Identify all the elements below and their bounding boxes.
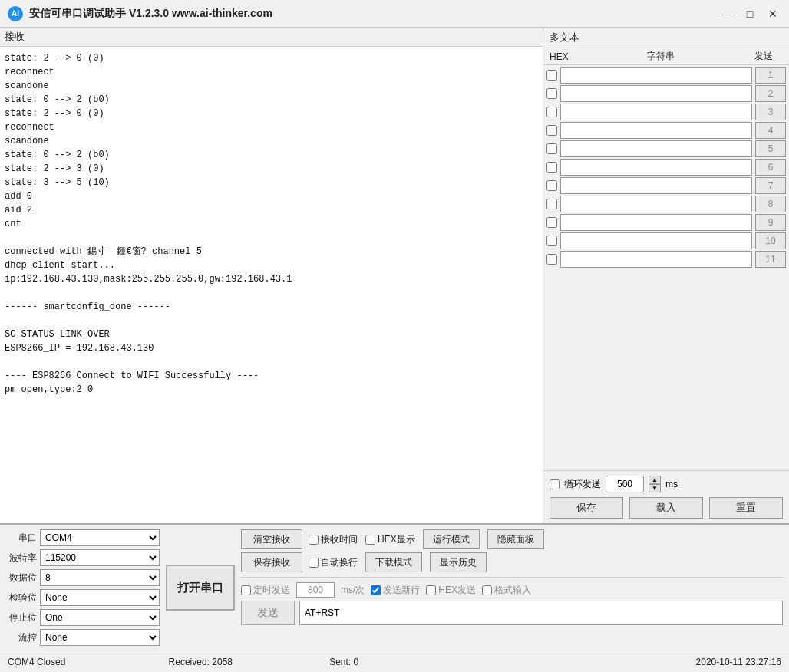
timer-input[interactable] [296, 582, 335, 598]
mt-text-input-8[interactable] [560, 196, 752, 212]
mt-text-input-5[interactable] [560, 140, 752, 157]
recv-time-label: 接收时间 [321, 533, 358, 546]
auto-newline-check[interactable]: 自动换行 [309, 556, 358, 569]
status-bar: COM4 Closed Received: 2058 Sent: 0 2020-… [0, 651, 789, 672]
mt-checkbox-4[interactable] [546, 125, 557, 136]
check-row: 检验位 None [6, 589, 160, 606]
mt-send-btn-6[interactable]: 6 [755, 159, 786, 176]
multitext-columns: HEX 字符串 发送 [543, 48, 789, 65]
mt-checkbox-8[interactable] [546, 199, 557, 209]
hex-display-checkbox[interactable] [365, 535, 375, 545]
send-input[interactable] [299, 601, 783, 625]
app-logo: AI [8, 6, 23, 21]
mt-checkbox-10[interactable] [546, 236, 557, 246]
mt-send-btn-8[interactable]: 8 [755, 196, 786, 212]
mt-send-btn-3[interactable]: 3 [755, 104, 786, 120]
hide-panel-btn[interactable]: 隐藏面板 [487, 529, 544, 549]
hex-display-label: HEX显示 [378, 533, 415, 546]
stop-row: 停止位 One [6, 609, 160, 626]
dl-mode-btn[interactable]: 下载模式 [365, 552, 422, 572]
format-input-checkbox[interactable] [482, 585, 492, 595]
format-input-check[interactable]: 格式输入 [482, 584, 531, 597]
mt-text-input-2[interactable] [560, 85, 752, 102]
mt-checkbox-11[interactable] [546, 254, 557, 265]
mt-text-input-7[interactable] [560, 177, 752, 194]
timer-send-checkbox[interactable] [241, 585, 251, 595]
baud-select[interactable]: 115200 [40, 549, 160, 566]
mt-text-input-6[interactable] [560, 159, 752, 176]
mt-checkbox-6[interactable] [546, 162, 557, 173]
mt-checkbox-9[interactable] [546, 217, 557, 228]
mt-text-input-9[interactable] [560, 214, 752, 231]
data-select[interactable]: 8 [40, 569, 160, 586]
mt-text-input-3[interactable] [560, 104, 752, 120]
mt-send-btn-1[interactable]: 1 [755, 67, 786, 84]
mt-send-btn-9[interactable]: 9 [755, 214, 786, 231]
received-status: Received: 2058 [169, 657, 315, 667]
minimize-button[interactable]: — [718, 5, 735, 22]
serial-config: 串口 COM4 波特率 115200 数据位 8 检验位 No [6, 529, 160, 646]
check-select[interactable]: None [40, 589, 160, 606]
timer-send-label: 定时发送 [253, 584, 290, 597]
show-history-btn[interactable]: 显示历史 [430, 552, 487, 572]
bottom-toolbar: 串口 COM4 波特率 115200 数据位 8 检验位 No [0, 523, 789, 651]
new-line-check[interactable]: 发送新行 [371, 584, 420, 597]
run-mode-btn[interactable]: 运行模式 [423, 529, 480, 549]
save-multitext-btn[interactable]: 保存 [550, 497, 623, 519]
mt-send-btn-5[interactable]: 5 [755, 140, 786, 157]
flow-select[interactable]: None [40, 629, 160, 646]
clear-recv-btn[interactable]: 清空接收 [241, 529, 302, 549]
mt-text-input-4[interactable] [560, 122, 752, 139]
timer-unit: ms/次 [341, 584, 365, 597]
port-status: COM4 Closed [8, 657, 154, 667]
hex-send-checkbox[interactable] [426, 585, 436, 595]
baud-row: 波特率 115200 [6, 549, 160, 566]
mt-text-input-1[interactable] [560, 67, 752, 84]
timer-send-check[interactable]: 定时发送 [241, 584, 290, 597]
loop-unit: ms [665, 479, 678, 489]
port-select[interactable]: COM4 [40, 529, 160, 546]
app-title: 安信可串口调试助手 V1.2.3.0 www.ai-thinker.com [29, 7, 718, 21]
check-row-1: 接收时间 HEX显示 运行模式 隐藏面板 [309, 529, 783, 549]
loop-row: 循环发送 ▲ ▼ ms [550, 476, 783, 492]
mt-row: 5 [546, 140, 786, 157]
port-row: 串口 COM4 [6, 529, 160, 546]
stop-select[interactable]: One [40, 609, 160, 626]
send-area: 定时发送 ms/次 发送新行 HEX发送 格式输入 [241, 577, 783, 625]
port-label: 串口 [6, 532, 37, 545]
loop-input[interactable] [606, 476, 644, 492]
recv-area [0, 47, 543, 523]
load-multitext-btn[interactable]: 载入 [629, 497, 703, 519]
data-label: 数据位 [6, 572, 37, 585]
mt-checkbox-2[interactable] [546, 88, 557, 99]
multitext-footer: 循环发送 ▲ ▼ ms 保存 载入 重置 [543, 470, 789, 523]
mt-send-btn-7[interactable]: 7 [755, 177, 786, 194]
open-port-button[interactable]: 打开串口 [166, 565, 235, 611]
close-button[interactable]: ✕ [764, 5, 781, 22]
mt-send-btn-4[interactable]: 4 [755, 122, 786, 139]
spin-down-btn[interactable]: ▼ [649, 484, 661, 492]
hex-display-check[interactable]: HEX显示 [365, 533, 415, 546]
mt-checkbox-7[interactable] [546, 180, 557, 191]
mt-checkbox-5[interactable] [546, 143, 557, 154]
mt-text-input-10[interactable] [560, 232, 752, 249]
maximize-button[interactable]: □ [741, 5, 758, 22]
hex-send-check[interactable]: HEX发送 [426, 584, 476, 597]
save-recv-btn[interactable]: 保存接收 [241, 552, 302, 572]
mt-send-btn-10[interactable]: 10 [755, 232, 786, 249]
recv-time-check[interactable]: 接收时间 [309, 533, 358, 546]
loop-checkbox[interactable] [550, 479, 560, 489]
mt-checkbox-3[interactable] [546, 107, 557, 117]
mt-checkbox-1[interactable] [546, 70, 557, 81]
recv-textarea[interactable] [0, 47, 543, 523]
spin-up-btn[interactable]: ▲ [649, 476, 661, 484]
mt-send-btn-11[interactable]: 11 [755, 251, 786, 268]
auto-newline-checkbox[interactable] [309, 558, 319, 568]
mt-text-input-11[interactable] [560, 251, 752, 268]
reset-multitext-btn[interactable]: 重置 [709, 497, 783, 519]
send-button[interactable]: 发送 [241, 601, 295, 625]
new-line-checkbox[interactable] [371, 585, 381, 595]
mt-send-btn-2[interactable]: 2 [755, 85, 786, 102]
recv-time-checkbox[interactable] [309, 535, 319, 545]
multitext-header: 多文本 [543, 28, 789, 48]
